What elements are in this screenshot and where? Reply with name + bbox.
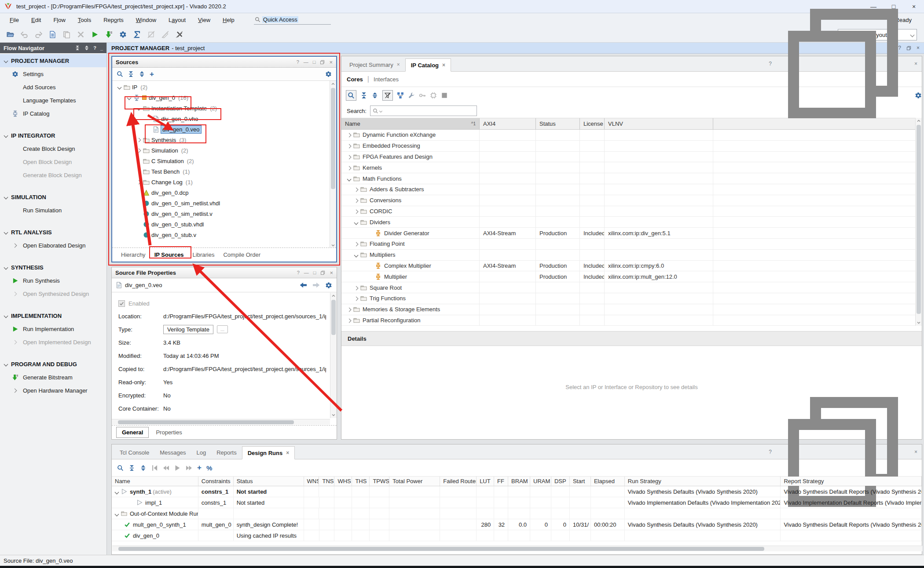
menu-file[interactable]: File	[4, 15, 25, 25]
tree-expand-toggle[interactable]	[355, 208, 358, 215]
search-icon[interactable]	[117, 465, 124, 471]
menu-window[interactable]: Window	[130, 15, 162, 25]
tree-item-change-log[interactable]: Change Log(1)	[112, 177, 330, 187]
settings-gear-button[interactable]	[117, 29, 128, 40]
redo-button[interactable]	[33, 29, 44, 40]
column-header-uram[interactable]: URAM	[530, 477, 551, 486]
column-header-license[interactable]: License	[580, 118, 605, 129]
tool-disabled-b-button[interactable]	[159, 29, 171, 40]
column-header-status[interactable]: Status	[234, 477, 304, 486]
column-header-whs[interactable]: WHS	[334, 477, 352, 486]
tree-item-c-simulation[interactable]: C Simulation(2)	[112, 156, 330, 166]
flow-section-implementation[interactable]: IMPLEMENTATION	[0, 309, 106, 322]
sidebar-item-create-block-design[interactable]: Create Block Design	[0, 142, 106, 155]
tab-hierarchy[interactable]: Hierarchy	[117, 250, 150, 260]
tree-item-div-gen-0-sim-netlist-v[interactable]: div_gen_0_sim_netlist.v	[112, 208, 330, 219]
type-combo[interactable]: Verilog Template	[163, 325, 213, 334]
tree-item-simulation[interactable]: Simulation(2)	[112, 145, 330, 156]
tab-general[interactable]: General	[116, 427, 149, 438]
menu-layout[interactable]: Layout	[162, 15, 192, 25]
sidebar-item-language-templates[interactable]: Language Templates	[0, 94, 106, 107]
run-button[interactable]	[89, 29, 100, 40]
delete-button[interactable]	[75, 29, 86, 40]
tree-expand-toggle[interactable]	[355, 219, 358, 226]
catalog-row-floating-point[interactable]: Floating Point	[341, 239, 922, 250]
run-row-mult-gen-0-synth-1[interactable]: mult_gen_0_synth_1mult_gen_0synth_design…	[112, 519, 922, 530]
catalog-row-adders-subtracters[interactable]: Adders & Subtracters	[341, 184, 922, 195]
column-header-report-strategy[interactable]: Report Strategy	[781, 477, 922, 486]
column-header-lut[interactable]: LUT	[477, 477, 494, 486]
catalog-row-divider-generator[interactable]: Divider GeneratorAXI4-StreamProductionIn…	[341, 228, 922, 239]
sidebar-item-run-synthesis[interactable]: Run Synthesis	[0, 274, 106, 287]
save-report-button[interactable]	[47, 29, 58, 40]
tab-messages[interactable]: Messages	[154, 446, 191, 459]
tree-expand-toggle[interactable]	[136, 149, 141, 152]
catalog-row-complex-multiplier[interactable]: Complex MultiplierAXI4-StreamProductionI…	[341, 261, 922, 272]
help-icon[interactable]: ?	[93, 45, 96, 51]
run-row-out-of-context-module-runs[interactable]: Out-of-Context Module Runs	[112, 508, 922, 519]
column-header-vlnv[interactable]: VLNV	[605, 118, 713, 129]
tree-expand-toggle[interactable]	[136, 107, 141, 110]
tab-ip-catalog[interactable]: IP Catalog×	[405, 58, 451, 72]
view-cores[interactable]: Cores	[347, 76, 363, 83]
column-header-elapsed[interactable]: Elapsed	[591, 477, 625, 486]
tree-expand-toggle[interactable]	[355, 284, 358, 291]
catalog-row-multiplier[interactable]: MultiplierProductionIncludedxilinx.com:i…	[341, 271, 922, 282]
expand-all-icon[interactable]	[140, 465, 147, 471]
details-toggle-icon[interactable]	[441, 92, 448, 99]
collapse-all-icon[interactable]	[128, 465, 135, 471]
menu-view[interactable]: View	[192, 15, 216, 25]
tree-expand-toggle[interactable]	[355, 295, 358, 302]
sidebar-item-run-implementation[interactable]: Run Implementation	[0, 322, 106, 335]
search-icon[interactable]	[346, 90, 356, 101]
column-header-start[interactable]: Start	[570, 477, 591, 486]
menu-flow[interactable]: Flow	[47, 15, 71, 25]
tree-expand-toggle[interactable]	[126, 96, 132, 99]
tree-item-test-bench[interactable]: Test Bench(1)	[112, 166, 330, 177]
forward-icon[interactable]	[312, 282, 320, 288]
column-header-axi4[interactable]: AXI4	[480, 118, 536, 129]
tree-expand-toggle[interactable]	[348, 164, 351, 171]
catalog-row-math-functions[interactable]: Math Functions	[341, 173, 922, 184]
catalog-row-trig-functions[interactable]: Trig Functions	[341, 293, 922, 304]
close-icon[interactable]: ×	[914, 61, 917, 67]
generate-bitstream-button[interactable]	[103, 29, 114, 40]
report-sigma-button[interactable]	[131, 29, 143, 40]
tree-item-ip[interactable]: IP(2)	[112, 82, 330, 92]
catalog-search-input[interactable]	[370, 106, 477, 116]
sidebar-item-open-implemented-design[interactable]: Open Implemented Design	[0, 335, 106, 349]
catalog-row-memories-storage-elements[interactable]: Memories & Storage Elements	[341, 304, 922, 315]
column-header-constraints[interactable]: Constraints	[198, 477, 234, 486]
column-header-status[interactable]: Status	[536, 118, 580, 129]
tab-reports[interactable]: Reports	[211, 446, 242, 459]
sources-vertical-scrollbar[interactable]	[330, 81, 336, 248]
catalog-row-conversions[interactable]: Conversions	[341, 195, 922, 206]
expand-all-icon[interactable]	[139, 71, 145, 77]
column-header-run-strategy[interactable]: Run Strategy	[625, 477, 781, 486]
help-icon[interactable]: ?	[769, 449, 772, 455]
minimize-panel-icon[interactable]: _	[100, 45, 103, 51]
tree-expand-toggle[interactable]	[348, 306, 351, 313]
flow-section-project-manager[interactable]: PROJECT MANAGER	[0, 54, 106, 67]
close-icon[interactable]: ×	[397, 62, 400, 68]
tab-log[interactable]: Log	[191, 446, 211, 459]
catalog-row-dynamic-function-exchange[interactable]: Dynamic Function eXchange	[341, 130, 922, 141]
menu-edit[interactable]: Edit	[25, 15, 47, 25]
tab-libraries[interactable]: Libraries	[188, 250, 219, 260]
open-project-button[interactable]	[4, 29, 16, 40]
catalog-row-partial-reconfiguration[interactable]: Partial Reconfiguration	[341, 315, 922, 326]
search-icon[interactable]	[117, 71, 123, 77]
column-header-ff[interactable]: FF	[494, 477, 508, 486]
tree-expand-toggle[interactable]	[348, 175, 351, 182]
tree-expand-toggle[interactable]	[115, 488, 118, 495]
tree-expand-toggle[interactable]	[136, 138, 141, 142]
tree-item-div-gen-0[interactable]: div_gen_0(16)	[112, 92, 330, 103]
flow-section-rtl-analysis[interactable]: RTL ANALYSIS	[0, 226, 106, 239]
catalog-row-cordic[interactable]: CORDIC	[341, 206, 922, 217]
help-icon[interactable]: ?	[297, 270, 300, 275]
enabled-checkbox[interactable]	[118, 300, 125, 307]
flow-section-synthesis[interactable]: SYNTHESIS	[0, 261, 106, 274]
tree-expand-toggle[interactable]	[348, 317, 351, 324]
run-row-div-gen-0[interactable]: div_gen_0Using cached IP results	[112, 530, 922, 541]
close-icon[interactable]: ×	[914, 449, 917, 455]
